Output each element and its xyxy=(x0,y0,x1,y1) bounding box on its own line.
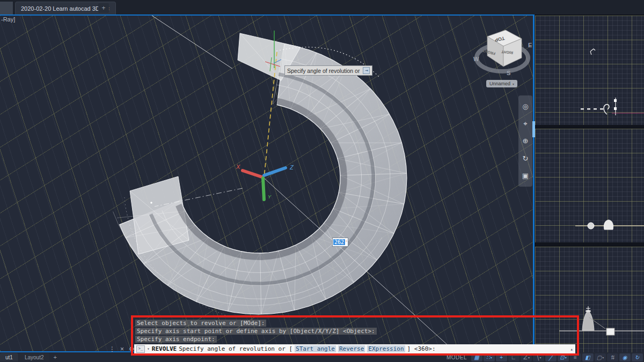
named-view-button[interactable]: Unnamed ▾ xyxy=(486,80,517,87)
history-line: Specify axis start point or define axis … xyxy=(135,328,377,335)
chevron-down-icon: ▾ xyxy=(513,82,514,86)
dynamic-input-icon[interactable]: + xyxy=(496,353,507,361)
angle-value[interactable]: 262 xyxy=(333,239,345,245)
active-command: REVOLVE xyxy=(152,345,177,352)
lineweight-icon[interactable]: ≡ xyxy=(570,353,581,361)
command-prompt-icon[interactable]: >_ xyxy=(136,345,145,353)
command-float-controls: ⋮ × ⚙ xyxy=(109,345,135,353)
selection-filtering-icon[interactable]: ↻ xyxy=(632,353,643,361)
add-layout-icon[interactable]: + xyxy=(50,354,60,360)
status-bar: ut1 Layout2 + MODEL ▦ ∷▾ + ∟ ∠▾ ╲▾ ╱ ⊡▾ … xyxy=(0,352,644,362)
prompt-text: Specify angle of revolution or [ xyxy=(179,345,292,352)
polar-tracking-icon[interactable]: ∠▾ xyxy=(521,353,532,361)
compass-south[interactable]: S xyxy=(507,70,510,76)
option-expression[interactable]: EXpression xyxy=(367,345,405,352)
layout-tab-1[interactable]: ut1 xyxy=(0,353,18,361)
tab-bar-sliver xyxy=(0,2,13,14)
pan-icon[interactable]: ⌖ xyxy=(523,120,527,127)
history-line: Select objects to revolve or [MOde]: xyxy=(135,320,266,327)
model-space-label[interactable]: MODEL xyxy=(447,354,467,360)
navigation-wheel-icon[interactable]: ◎ xyxy=(522,103,528,110)
close-icon[interactable]: × xyxy=(120,345,124,353)
file-tab-bar: 2020-02-20 Learn autocad 3D* × + xyxy=(0,0,644,14)
3d-object-snap-icon[interactable]: ⇅ xyxy=(607,353,618,361)
right-viewport-bottom[interactable] xyxy=(535,247,644,352)
autocomplete-caret-icon[interactable]: ▴ xyxy=(570,346,573,352)
tooltip-text: Specify angle of revolution or xyxy=(287,68,360,74)
option-start-angle[interactable]: STart angle xyxy=(295,345,336,352)
named-view-label: Unnamed xyxy=(489,81,510,86)
dynamic-input-field[interactable]: 262 ° xyxy=(332,238,348,247)
viewport-border-nub xyxy=(532,121,535,137)
right-viewport-middle[interactable] xyxy=(535,129,644,242)
option-reverse[interactable]: Reverse xyxy=(338,345,365,352)
object-snap-icon[interactable]: ⊡▾ xyxy=(558,353,569,361)
layout-tab-2[interactable]: Layout2 xyxy=(19,353,49,361)
dynamic-ucs-icon[interactable]: ◉ xyxy=(619,353,631,361)
object-snap-tracking-icon[interactable]: ╱ xyxy=(545,353,557,361)
orbit-icon[interactable]: ↻ xyxy=(523,155,529,162)
degree-symbol: ° xyxy=(346,240,347,245)
zoom-icon[interactable]: ⊕ xyxy=(523,137,529,144)
selection-cycling-icon[interactable]: ▢▾ xyxy=(595,353,606,361)
status-icons: MODEL ▦ ∷▾ + ∟ ∠▾ ╲▾ ╱ ⊡▾ ≡ ◧ ▢▾ ⇅ ◉ ↻ xyxy=(447,353,644,361)
isometric-drafting-icon[interactable]: ╲▾ xyxy=(533,353,544,361)
showmotion-icon[interactable]: ▣ xyxy=(522,172,529,179)
drawing-tab-title: 2020-02-20 Learn autocad 3D* xyxy=(21,5,102,12)
viewport-label[interactable]: -Ray] xyxy=(1,16,15,23)
snap-mode-icon[interactable]: ∷▾ xyxy=(484,353,495,361)
history-line: Specify axis endpoint: xyxy=(135,336,217,343)
main-viewport[interactable] xyxy=(0,14,534,352)
prompt-default: ] <360>: xyxy=(407,345,436,352)
ortho-mode-icon[interactable]: ∟ xyxy=(508,353,519,361)
autocad-window: 2020-02-20 Learn autocad 3D* × + -Ray] xyxy=(0,0,644,362)
navigation-bar[interactable]: ◎ ⌖ ⊕ ↻ ▣ xyxy=(518,95,532,187)
layout-tabs: ut1 Layout2 + xyxy=(0,352,60,362)
recent-commands-caret-icon[interactable]: ▾ xyxy=(147,346,150,351)
new-tab-button[interactable]: + xyxy=(98,3,109,13)
compass-west[interactable]: W xyxy=(473,56,479,62)
compass-east[interactable]: E xyxy=(528,42,532,48)
drag-grip-icon[interactable]: ⋮ xyxy=(109,345,115,353)
grid-display-icon[interactable]: ▦ xyxy=(471,353,482,361)
dynamic-prompt-tooltip: Specify angle of revolution or ⇥ xyxy=(284,65,372,76)
transparency-icon[interactable]: ◧ xyxy=(582,353,594,361)
command-history: Select objects to revolve or [MOde]: Spe… xyxy=(135,320,377,344)
right-viewport-top[interactable] xyxy=(535,16,644,125)
tab-key-icon: ⇥ xyxy=(363,67,370,74)
command-input-bar[interactable]: >_ ▾ REVOLVE Specify angle of revolution… xyxy=(134,344,575,353)
